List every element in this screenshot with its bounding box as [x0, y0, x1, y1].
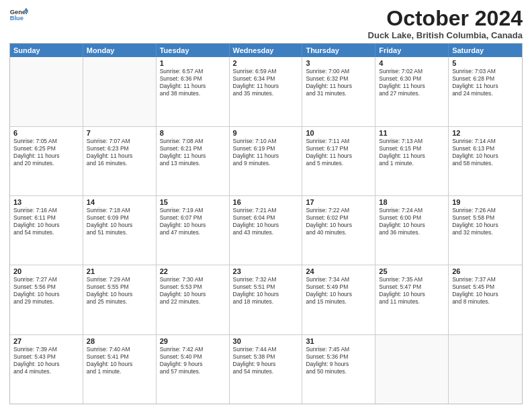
header-day-saturday: Saturday — [449, 44, 522, 57]
main-title: October 2024 — [368, 7, 523, 30]
cal-cell: 7Sunrise: 7:07 AM Sunset: 6:23 PM Daylig… — [83, 127, 157, 195]
cell-info: Sunrise: 7:37 AM Sunset: 5:45 PM Dayligh… — [452, 276, 519, 306]
day-number: 3 — [306, 59, 371, 67]
cal-cell: 22Sunrise: 7:30 AM Sunset: 5:53 PM Dayli… — [157, 265, 230, 334]
header-day-sunday: Sunday — [10, 44, 83, 57]
calendar-row-0: 1Sunrise: 6:57 AM Sunset: 6:36 PM Daylig… — [10, 57, 522, 126]
day-number: 12 — [452, 129, 519, 137]
day-number: 9 — [233, 129, 299, 137]
day-number: 5 — [452, 59, 519, 67]
calendar-row-1: 6Sunrise: 7:05 AM Sunset: 6:25 PM Daylig… — [10, 127, 522, 196]
cal-cell: 20Sunrise: 7:27 AM Sunset: 5:56 PM Dayli… — [10, 265, 83, 334]
cal-cell: 19Sunrise: 7:26 AM Sunset: 5:58 PM Dayli… — [449, 196, 522, 265]
day-number: 20 — [13, 267, 79, 275]
day-number: 16 — [233, 198, 299, 206]
day-number: 23 — [233, 267, 299, 275]
cell-info: Sunrise: 7:08 AM Sunset: 6:21 PM Dayligh… — [160, 138, 226, 167]
cell-info: Sunrise: 7:13 AM Sunset: 6:15 PM Dayligh… — [379, 138, 445, 167]
title-area: October 2024 Duck Lake, British Columbia… — [368, 7, 523, 40]
day-number: 8 — [160, 129, 226, 137]
cell-info: Sunrise: 7:24 AM Sunset: 6:00 PM Dayligh… — [379, 207, 445, 236]
cal-cell: 15Sunrise: 7:19 AM Sunset: 6:07 PM Dayli… — [157, 196, 230, 265]
day-number: 15 — [160, 198, 226, 206]
cell-info: Sunrise: 7:45 AM Sunset: 5:36 PM Dayligh… — [306, 346, 371, 375]
day-number: 11 — [379, 129, 445, 137]
cell-info: Sunrise: 7:03 AM Sunset: 6:28 PM Dayligh… — [452, 68, 519, 97]
cell-info: Sunrise: 7:02 AM Sunset: 6:30 PM Dayligh… — [379, 68, 445, 97]
cal-cell: 11Sunrise: 7:13 AM Sunset: 6:15 PM Dayli… — [375, 127, 449, 195]
cell-info: Sunrise: 7:39 AM Sunset: 5:43 PM Dayligh… — [13, 346, 79, 375]
cal-cell: 21Sunrise: 7:29 AM Sunset: 5:55 PM Dayli… — [83, 265, 157, 334]
cell-info: Sunrise: 6:57 AM Sunset: 6:36 PM Dayligh… — [160, 68, 226, 97]
cal-cell: 8Sunrise: 7:08 AM Sunset: 6:21 PM Daylig… — [157, 127, 230, 195]
cell-info: Sunrise: 7:29 AM Sunset: 5:55 PM Dayligh… — [87, 276, 152, 306]
calendar-header: SundayMondayTuesdayWednesdayThursdayFrid… — [10, 44, 522, 57]
cell-info: Sunrise: 7:42 AM Sunset: 5:40 PM Dayligh… — [160, 346, 226, 375]
cal-cell: 1Sunrise: 6:57 AM Sunset: 6:36 PM Daylig… — [157, 57, 230, 126]
day-number: 28 — [87, 337, 152, 345]
cal-cell: 10Sunrise: 7:11 AM Sunset: 6:17 PM Dayli… — [302, 127, 375, 195]
cal-cell: 6Sunrise: 7:05 AM Sunset: 6:25 PM Daylig… — [10, 127, 83, 195]
cal-cell — [449, 335, 522, 404]
cal-cell: 4Sunrise: 7:02 AM Sunset: 6:30 PM Daylig… — [375, 57, 449, 126]
cell-info: Sunrise: 6:59 AM Sunset: 6:34 PM Dayligh… — [233, 68, 299, 97]
cell-info: Sunrise: 7:10 AM Sunset: 6:19 PM Dayligh… — [233, 138, 299, 167]
subtitle: Duck Lake, British Columbia, Canada — [368, 30, 523, 40]
cell-info: Sunrise: 7:16 AM Sunset: 6:11 PM Dayligh… — [13, 207, 79, 236]
cal-cell: 18Sunrise: 7:24 AM Sunset: 6:00 PM Dayli… — [375, 196, 449, 265]
day-number: 22 — [160, 267, 226, 275]
cell-info: Sunrise: 7:32 AM Sunset: 5:51 PM Dayligh… — [233, 276, 299, 306]
cell-info: Sunrise: 7:22 AM Sunset: 6:02 PM Dayligh… — [306, 207, 371, 236]
cell-info: Sunrise: 7:19 AM Sunset: 6:07 PM Dayligh… — [160, 207, 226, 236]
cal-cell: 3Sunrise: 7:00 AM Sunset: 6:32 PM Daylig… — [302, 57, 375, 126]
calendar-row-4: 27Sunrise: 7:39 AM Sunset: 5:43 PM Dayli… — [10, 335, 522, 404]
cell-info: Sunrise: 7:34 AM Sunset: 5:49 PM Dayligh… — [306, 276, 371, 306]
cal-cell: 25Sunrise: 7:35 AM Sunset: 5:47 PM Dayli… — [375, 265, 449, 334]
cal-cell: 28Sunrise: 7:40 AM Sunset: 5:41 PM Dayli… — [83, 335, 157, 404]
day-number: 14 — [87, 198, 152, 206]
calendar-row-2: 13Sunrise: 7:16 AM Sunset: 6:11 PM Dayli… — [10, 196, 522, 265]
cell-info: Sunrise: 7:21 AM Sunset: 6:04 PM Dayligh… — [233, 207, 299, 236]
cal-cell: 31Sunrise: 7:45 AM Sunset: 5:36 PM Dayli… — [302, 335, 375, 404]
day-number: 6 — [13, 129, 79, 137]
cell-info: Sunrise: 7:30 AM Sunset: 5:53 PM Dayligh… — [160, 276, 226, 306]
cell-info: Sunrise: 7:40 AM Sunset: 5:41 PM Dayligh… — [87, 346, 152, 375]
cal-cell: 24Sunrise: 7:34 AM Sunset: 5:49 PM Dayli… — [302, 265, 375, 334]
cell-info: Sunrise: 7:44 AM Sunset: 5:38 PM Dayligh… — [233, 346, 299, 375]
cell-info: Sunrise: 7:00 AM Sunset: 6:32 PM Dayligh… — [306, 68, 371, 97]
day-number: 26 — [452, 267, 519, 275]
day-number: 21 — [87, 267, 152, 275]
cal-cell: 5Sunrise: 7:03 AM Sunset: 6:28 PM Daylig… — [449, 57, 522, 126]
day-number: 30 — [233, 337, 299, 345]
day-number: 19 — [452, 198, 519, 206]
cell-info: Sunrise: 7:11 AM Sunset: 6:17 PM Dayligh… — [306, 138, 371, 167]
cal-cell: 2Sunrise: 6:59 AM Sunset: 6:34 PM Daylig… — [230, 57, 303, 126]
day-number: 31 — [306, 337, 371, 345]
cell-info: Sunrise: 7:07 AM Sunset: 6:23 PM Dayligh… — [87, 138, 152, 167]
day-number: 10 — [306, 129, 371, 137]
header-day-tuesday: Tuesday — [157, 44, 230, 57]
day-number: 29 — [160, 337, 226, 345]
cal-cell: 30Sunrise: 7:44 AM Sunset: 5:38 PM Dayli… — [230, 335, 303, 404]
cal-cell: 17Sunrise: 7:22 AM Sunset: 6:02 PM Dayli… — [302, 196, 375, 265]
header-day-wednesday: Wednesday — [230, 44, 303, 57]
day-number: 4 — [379, 59, 445, 67]
logo-icon: General Blue — [9, 7, 28, 26]
calendar: SundayMondayTuesdayWednesdayThursdayFrid… — [9, 43, 523, 404]
cal-cell: 9Sunrise: 7:10 AM Sunset: 6:19 PM Daylig… — [230, 127, 303, 195]
cal-cell: 16Sunrise: 7:21 AM Sunset: 6:04 PM Dayli… — [230, 196, 303, 265]
cal-cell: 13Sunrise: 7:16 AM Sunset: 6:11 PM Dayli… — [10, 196, 83, 265]
header-day-thursday: Thursday — [302, 44, 375, 57]
cell-info: Sunrise: 7:35 AM Sunset: 5:47 PM Dayligh… — [379, 276, 445, 306]
cell-info: Sunrise: 7:05 AM Sunset: 6:25 PM Dayligh… — [13, 138, 79, 167]
day-number: 1 — [160, 59, 226, 67]
cal-cell: 29Sunrise: 7:42 AM Sunset: 5:40 PM Dayli… — [157, 335, 230, 404]
cell-info: Sunrise: 7:27 AM Sunset: 5:56 PM Dayligh… — [13, 276, 79, 306]
day-number: 27 — [13, 337, 79, 345]
cal-cell: 12Sunrise: 7:14 AM Sunset: 6:13 PM Dayli… — [449, 127, 522, 195]
day-number: 2 — [233, 59, 299, 67]
cal-cell — [83, 57, 157, 126]
page-header: General Blue October 2024 Duck Lake, Bri… — [9, 7, 523, 40]
day-number: 13 — [13, 198, 79, 206]
day-number: 17 — [306, 198, 371, 206]
